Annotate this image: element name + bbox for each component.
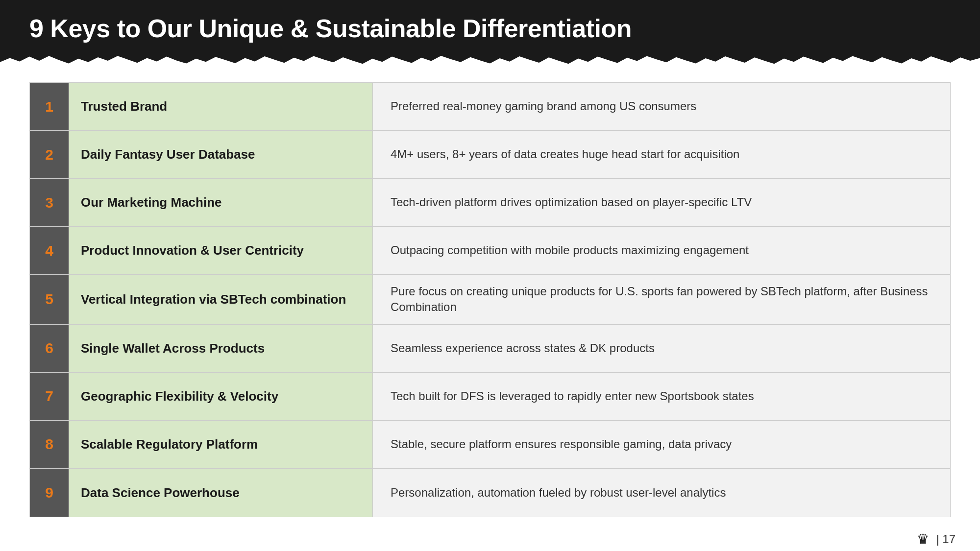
table-row: 9Data Science PowerhousePersonalization,… bbox=[30, 469, 950, 517]
table-row: 8Scalable Regulatory PlatformStable, sec… bbox=[30, 421, 950, 469]
row-description: Preferred real-money gaming brand among … bbox=[391, 98, 696, 114]
table-row: 2Daily Fantasy User Database4M+ users, 8… bbox=[30, 131, 950, 179]
row-description: Pure focus on creating unique products f… bbox=[391, 284, 932, 315]
table-row: 3Our Marketing MachineTech-driven platfo… bbox=[30, 179, 950, 227]
row-title: Product Innovation & User Centricity bbox=[81, 242, 304, 259]
row-description-cell: Pure focus on creating unique products f… bbox=[373, 275, 950, 324]
row-description: Stable, secure platform ensures responsi… bbox=[391, 436, 732, 452]
row-title: Single Wallet Across Products bbox=[81, 340, 265, 357]
table-row: 6Single Wallet Across ProductsSeamless e… bbox=[30, 325, 950, 373]
row-number: 6 bbox=[30, 325, 69, 372]
page-number: | 17 bbox=[936, 532, 956, 546]
row-title-cell: Daily Fantasy User Database bbox=[69, 131, 373, 178]
row-title-cell: Vertical Integration via SBTech combinat… bbox=[69, 275, 373, 324]
row-number: 4 bbox=[30, 227, 69, 274]
row-title: Data Science Powerhouse bbox=[81, 485, 240, 501]
row-description-cell: Outpacing competition with mobile produc… bbox=[373, 227, 950, 274]
row-number: 3 bbox=[30, 179, 69, 226]
crown-icon: ♛ bbox=[917, 531, 929, 547]
row-number: 1 bbox=[30, 83, 69, 130]
row-title: Scalable Regulatory Platform bbox=[81, 436, 258, 453]
row-description-cell: Preferred real-money gaming brand among … bbox=[373, 83, 950, 130]
row-description: Personalization, automation fueled by ro… bbox=[391, 485, 726, 501]
row-description: Seamless experience across states & DK p… bbox=[391, 340, 655, 356]
row-description-cell: 4M+ users, 8+ years of data creates huge… bbox=[373, 131, 950, 178]
row-description: Outpacing competition with mobile produc… bbox=[391, 242, 749, 258]
row-number: 7 bbox=[30, 373, 69, 420]
table-row: 4Product Innovation & User CentricityOut… bbox=[30, 227, 950, 275]
table-row: 1Trusted BrandPreferred real-money gamin… bbox=[30, 83, 950, 131]
row-description-cell: Stable, secure platform ensures responsi… bbox=[373, 421, 950, 468]
table-row: 5Vertical Integration via SBTech combina… bbox=[30, 275, 950, 325]
row-title: Our Marketing Machine bbox=[81, 194, 222, 211]
footer: ♛ | 17 bbox=[0, 527, 980, 551]
differentiation-table: 1Trusted BrandPreferred real-money gamin… bbox=[29, 82, 951, 517]
row-description-cell: Seamless experience across states & DK p… bbox=[373, 325, 950, 372]
header: 9 Keys to Our Unique & Sustainable Diffe… bbox=[0, 0, 980, 54]
row-title: Geographic Flexibility & Velocity bbox=[81, 388, 278, 405]
page-title: 9 Keys to Our Unique & Sustainable Diffe… bbox=[29, 14, 951, 43]
row-description-cell: Tech built for DFS is leveraged to rapid… bbox=[373, 373, 950, 420]
row-title-cell: Our Marketing Machine bbox=[69, 179, 373, 226]
torn-edge-decoration bbox=[0, 54, 980, 68]
row-title-cell: Geographic Flexibility & Velocity bbox=[69, 373, 373, 420]
row-title: Trusted Brand bbox=[81, 98, 167, 115]
row-description-cell: Personalization, automation fueled by ro… bbox=[373, 469, 950, 517]
row-description-cell: Tech-driven platform drives optimization… bbox=[373, 179, 950, 226]
row-title-cell: Single Wallet Across Products bbox=[69, 325, 373, 372]
row-title-cell: Product Innovation & User Centricity bbox=[69, 227, 373, 274]
page: 9 Keys to Our Unique & Sustainable Diffe… bbox=[0, 0, 980, 551]
row-title-cell: Trusted Brand bbox=[69, 83, 373, 130]
row-description: 4M+ users, 8+ years of data creates huge… bbox=[391, 146, 739, 162]
row-number: 9 bbox=[30, 469, 69, 517]
row-number: 8 bbox=[30, 421, 69, 468]
row-number: 2 bbox=[30, 131, 69, 178]
row-title-cell: Data Science Powerhouse bbox=[69, 469, 373, 517]
row-description: Tech built for DFS is leveraged to rapid… bbox=[391, 388, 754, 404]
row-description: Tech-driven platform drives optimization… bbox=[391, 194, 752, 210]
row-title: Daily Fantasy User Database bbox=[81, 146, 255, 163]
row-title: Vertical Integration via SBTech combinat… bbox=[81, 291, 346, 308]
row-number: 5 bbox=[30, 275, 69, 324]
table-row: 7Geographic Flexibility & VelocityTech b… bbox=[30, 373, 950, 421]
main-content: 1Trusted BrandPreferred real-money gamin… bbox=[0, 68, 980, 527]
row-title-cell: Scalable Regulatory Platform bbox=[69, 421, 373, 468]
